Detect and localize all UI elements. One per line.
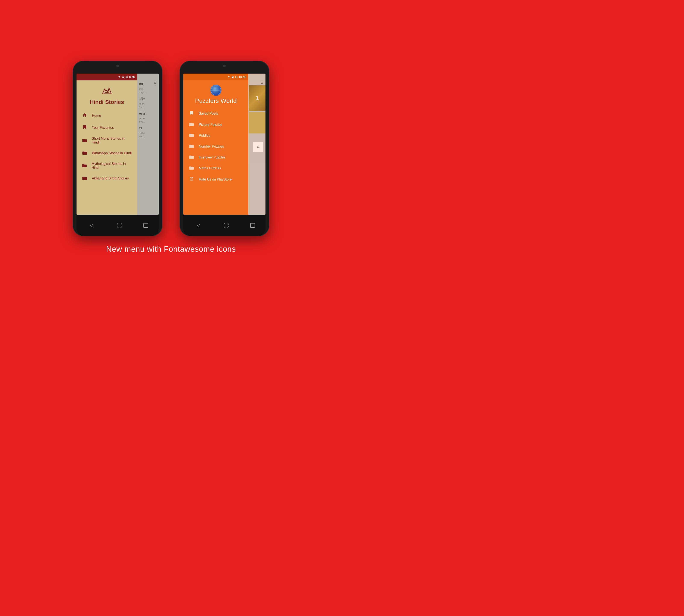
menu-label-mythological: Mythological Stories in Hindi — [91, 162, 132, 170]
globe-inner — [211, 85, 221, 95]
menu-label-home: Home — [92, 114, 101, 118]
folder-icon-1 — [82, 138, 87, 143]
menu-item-riddles[interactable]: Riddles — [183, 130, 248, 141]
drawer-header: Hindi Stories — [76, 81, 137, 110]
menu-label-saved-posts: Saved Posts — [199, 112, 218, 115]
menu-item-number-puzzles[interactable]: Number Puzzles — [183, 141, 248, 152]
phone1-background-overlay: ⚲ पापा, र एकcoupl... नायें ? भा! तबते स.… — [137, 73, 159, 215]
menu-label-riddles: Riddles — [199, 134, 210, 137]
menu-item-akbar[interactable]: Akbar and Birbal Stories — [76, 173, 137, 184]
recents-button[interactable] — [143, 223, 148, 228]
wifi-icon-2: ▼ — [228, 75, 230, 79]
logo-icon — [101, 87, 112, 97]
menu-label-short-moral: Short Moral Stories in Hindi — [92, 137, 132, 145]
menu-item-short-moral[interactable]: Short Moral Stories in Hindi — [76, 134, 137, 147]
drawer-menu: Home Your Favorites — [76, 110, 137, 184]
phone2-header: Puzzlers World — [183, 81, 248, 108]
folder-icon-r — [188, 133, 195, 138]
status-time: 8:26 — [129, 75, 135, 79]
menu-label-picture-puzzles: Picture Puzzles — [199, 123, 222, 127]
home-button[interactable] — [117, 223, 122, 228]
folder-icon-4 — [82, 176, 88, 181]
home-button-2[interactable] — [224, 223, 229, 228]
menu-item-favorites[interactable]: Your Favorites — [76, 122, 137, 134]
menu-item-rate-us[interactable]: Rate Us on PlayStore — [183, 174, 248, 185]
signal-icon: ▣ — [122, 75, 124, 79]
share-square-icon — [188, 177, 195, 182]
recents-button-2[interactable] — [250, 223, 255, 228]
bookmark-icon — [82, 125, 88, 131]
menu-label-rate-us: Rate Us on PlayStore — [199, 178, 232, 181]
menu-item-saved-posts[interactable]: Saved Posts — [183, 108, 248, 119]
search-icon-overlay[interactable]: ⚲ — [260, 81, 263, 86]
menu-label-maths-puzzles: Maths Puzzles — [199, 167, 221, 170]
search-icon[interactable]: ⚲ — [154, 81, 157, 86]
folder-icon-3 — [82, 163, 87, 169]
menu-item-whatsapp[interactable]: WhatsApp Stories in Hindi — [76, 147, 137, 159]
phone2-status-bar: ▼ ▣ ▨ 10:31 — [183, 73, 248, 81]
menu-label-number-puzzles: Number Puzzles — [199, 145, 224, 149]
menu-label-interview-puzzles: Interview Puzzles — [199, 155, 226, 159]
bookmark-icon-2 — [188, 111, 195, 116]
back-button[interactable]: ◁ — [87, 221, 95, 230]
phone1-nav-bar: ◁ — [76, 215, 159, 236]
folder-icon-2 — [82, 150, 88, 156]
phones-container: ⚲ पापा, र एकcoupl... नायें ? भा! तबते स.… — [73, 61, 269, 236]
phone1-screen: ⚲ पापा, र एकcoupl... नायें ? भा! तबते स.… — [76, 73, 159, 215]
wifi-icon: ▼ — [118, 75, 120, 79]
menu-item-maths-puzzles[interactable]: Maths Puzzles — [183, 163, 248, 174]
phone-puzzlers-world: ⚲ 1 ⇜ ▼ ▣ ▨ 10:31 — [180, 61, 269, 236]
menu-item-interview-puzzles[interactable]: Interview Puzzles — [183, 152, 248, 163]
menu-label-whatsapp: WhatsApp Stories in Hindi — [92, 151, 132, 155]
menu-item-mythological[interactable]: Mythological Stories in Hindi — [76, 159, 137, 173]
folder-icon-mp — [188, 166, 195, 171]
battery-icon: ▨ — [126, 75, 128, 79]
phone1-status-bar: ▼ ▣ ▨ 8:26 — [76, 73, 137, 81]
menu-label-akbar: Akbar and Birbal Stories — [92, 176, 129, 180]
menu-label-favorites: Your Favorites — [92, 126, 114, 130]
menu-item-home[interactable]: Home — [76, 110, 137, 122]
folder-icon-np — [188, 144, 195, 149]
svg-rect-0 — [104, 93, 110, 94]
phone2-nav-bar: ◁ — [183, 215, 266, 236]
phone2-title: Puzzlers World — [195, 97, 237, 104]
globe-icon — [210, 85, 222, 96]
folder-icon-pp — [188, 122, 195, 127]
signal-icon-2: ▣ — [231, 75, 234, 79]
back-button-2[interactable]: ◁ — [194, 221, 202, 230]
phone2-menu: Saved Posts Picture Puzzles — [183, 108, 248, 185]
battery-icon-2: ▨ — [235, 75, 237, 79]
status-time-2: 10:31 — [239, 75, 246, 79]
page-caption: New menu with Fontawesome icons — [106, 245, 236, 254]
phone2-screen: ⚲ 1 ⇜ ▼ ▣ ▨ 10:31 — [183, 73, 266, 215]
folder-icon-ip — [188, 155, 195, 160]
phone1-drawer: ▼ ▣ ▨ 8:26 Hindi Stories — [76, 73, 137, 215]
menu-item-picture-puzzles[interactable]: Picture Puzzles — [183, 119, 248, 130]
phone2-drawer: ▼ ▣ ▨ 10:31 Puzzlers World — [183, 73, 248, 215]
phone-hindi-stories: ⚲ पापा, र एकcoupl... नायें ? भा! तबते स.… — [73, 61, 162, 236]
phone2-background-overlay: ⚲ 1 ⇜ — [248, 73, 266, 215]
drawer-title: Hindi Stories — [90, 99, 124, 106]
home-icon — [82, 113, 88, 119]
